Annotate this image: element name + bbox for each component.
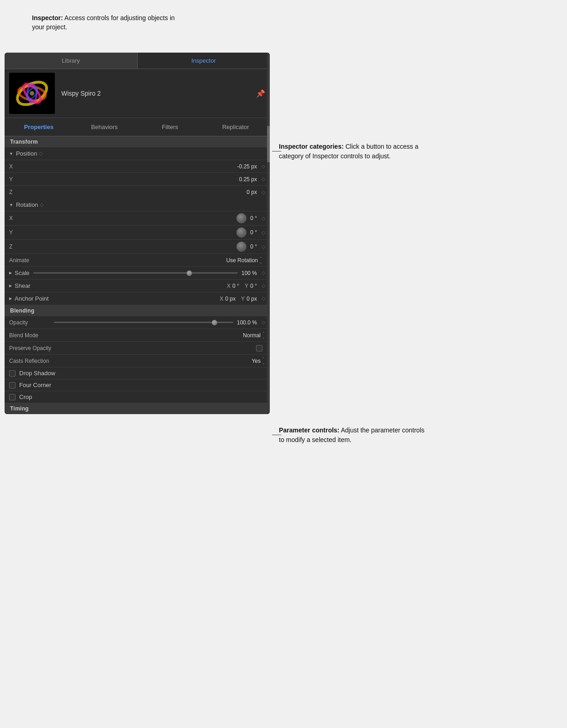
blend-mode-arrows: ⌃⌄ xyxy=(262,331,265,340)
rotation-x-diamond[interactable]: ◇ xyxy=(262,216,265,221)
blend-mode-row: Blend Mode Normal ⌃⌄ xyxy=(5,329,270,342)
rotation-z-label: Z xyxy=(9,243,50,250)
drop-shadow-checkbox[interactable] xyxy=(9,370,16,377)
cat-tab-replicator[interactable]: Replicator xyxy=(203,121,268,133)
scale-value[interactable]: 100 % xyxy=(241,270,257,276)
position-y-value[interactable]: 0.25 px xyxy=(239,176,257,183)
shear-label: ▶ Shear xyxy=(9,282,31,289)
anchor-x-label: X xyxy=(220,296,224,302)
cat-tab-filters[interactable]: Filters xyxy=(138,121,203,133)
opacity-value[interactable]: 100.0 % xyxy=(237,319,257,326)
crop-row[interactable]: Crop xyxy=(5,391,270,403)
position-x-diamond[interactable]: ◇ xyxy=(262,163,265,169)
scale-diamond[interactable]: ◇ xyxy=(262,270,265,276)
scrollbar[interactable] xyxy=(267,53,270,414)
animate-arrows: ⌃⌄ xyxy=(259,256,262,264)
rotation-z-knob[interactable] xyxy=(236,242,246,252)
shear-y-value[interactable]: 0 ° xyxy=(250,283,257,289)
opacity-slider[interactable] xyxy=(54,322,233,323)
crop-checkbox[interactable] xyxy=(9,394,16,400)
position-z-diamond[interactable]: ◇ xyxy=(262,189,265,195)
rotation-x-row: X 0 ° ◇ xyxy=(5,211,270,226)
tab-library[interactable]: Library xyxy=(5,53,138,69)
blend-mode-select[interactable]: Normal ⌃⌄ xyxy=(243,331,265,340)
shear-row: ▶ Shear X 0 ° Y 0 ° ◇ xyxy=(5,280,270,292)
pin-icon[interactable]: 📌 xyxy=(256,89,265,98)
animate-value[interactable]: Use Rotation ⌃⌄ xyxy=(226,256,262,264)
preserve-opacity-label: Preserve Opacity xyxy=(9,345,51,351)
cat-tab-behaviors[interactable]: Behaviors xyxy=(72,121,137,133)
position-diamond[interactable]: ◇ xyxy=(39,151,43,156)
opacity-label: Opacity xyxy=(9,319,50,326)
svg-point-6 xyxy=(30,91,34,96)
preserve-opacity-row: Preserve Opacity xyxy=(5,342,270,355)
position-y-diamond[interactable]: ◇ xyxy=(262,176,265,182)
rotation-z-row: Z 0 ° ◇ xyxy=(5,240,270,254)
four-corner-row[interactable]: Four Corner xyxy=(5,379,270,391)
anchor-y-value[interactable]: 0 px xyxy=(246,296,257,302)
animate-row: Animate Use Rotation ⌃⌄ xyxy=(5,254,270,267)
blending-section-header: Blending xyxy=(5,305,270,316)
category-tabs: Properties Behaviors Filters Replicator xyxy=(5,118,270,136)
shear-x-value[interactable]: 0 ° xyxy=(232,283,239,289)
position-label: ▼ Position xyxy=(9,150,37,157)
opacity-diamond[interactable]: ◇ xyxy=(262,319,265,325)
position-header-row: ▼ Position ◇ xyxy=(5,147,270,160)
position-z-label: Z xyxy=(9,189,50,195)
anchor-diamond[interactable]: ◇ xyxy=(262,296,265,302)
rotation-diamond[interactable]: ◇ xyxy=(40,202,43,208)
four-corner-checkbox[interactable] xyxy=(9,382,16,388)
four-corner-label: Four Corner xyxy=(19,382,51,388)
rotation-label: ▼ Rotation xyxy=(9,201,38,208)
scale-slider[interactable] xyxy=(33,272,238,274)
blend-mode-label: Blend Mode xyxy=(9,332,50,339)
shear-diamond[interactable]: ◇ xyxy=(262,283,265,289)
shear-triangle: ▶ xyxy=(9,284,12,288)
opacity-track xyxy=(54,322,233,323)
rotation-z-diamond[interactable]: ◇ xyxy=(262,244,265,250)
annotation-params-title: Parameter controls: xyxy=(279,426,339,434)
anchor-x-value[interactable]: 0 px xyxy=(225,296,236,302)
casts-reflection-arrows: ⌃⌄ xyxy=(262,357,265,365)
rotation-y-label: Y xyxy=(9,229,50,236)
transform-section-header: Transform xyxy=(5,136,270,147)
anchor-triangle: ▶ xyxy=(9,297,12,301)
item-title: Wispy Spiro 2 xyxy=(61,90,256,97)
rotation-z-value[interactable]: 0 ° xyxy=(250,243,257,250)
casts-reflection-select[interactable]: Yes ⌃⌄ xyxy=(251,357,265,365)
scale-label: ▶ Scale xyxy=(9,270,30,276)
anchor-point-row: ▶ Anchor Point X 0 px Y 0 px ◇ xyxy=(5,292,270,305)
scale-track xyxy=(33,272,238,274)
timing-section-header: Timing xyxy=(5,403,270,414)
item-header: Wispy Spiro 2 📌 xyxy=(5,69,270,118)
position-z-row: Z 0 px ◇ xyxy=(5,186,270,199)
position-z-value[interactable]: 0 px xyxy=(246,189,257,195)
rotation-y-diamond[interactable]: ◇ xyxy=(262,230,265,236)
tab-bar: Library Inspector xyxy=(5,53,270,69)
crop-label: Crop xyxy=(19,394,32,400)
scale-thumb[interactable] xyxy=(187,270,192,276)
inspector-content: Transform ▼ Position ◇ X -0.25 px ◇ Y xyxy=(5,136,270,414)
annotation-categories: Inspector categories: Click a button to … xyxy=(279,142,425,161)
rotation-y-knob[interactable] xyxy=(236,227,246,237)
inspector-panel: Library Inspector Wispy Spiro 2 xyxy=(5,27,270,414)
rotation-x-label: X xyxy=(9,215,50,221)
rotation-group: ▼ Rotation ◇ X 0 ° ◇ Y 0 ° xyxy=(5,199,270,267)
cat-tab-properties[interactable]: Properties xyxy=(6,121,71,133)
rotation-x-value[interactable]: 0 ° xyxy=(250,215,257,221)
tab-inspector[interactable]: Inspector xyxy=(138,53,270,69)
opacity-thumb[interactable] xyxy=(212,320,217,325)
casts-reflection-label: Casts Reflection xyxy=(9,358,50,364)
rotation-x-knob[interactable] xyxy=(236,213,246,223)
position-x-row: X -0.25 px ◇ xyxy=(5,160,270,173)
rotation-header-row: ▼ Rotation ◇ xyxy=(5,199,270,211)
preserve-opacity-checkbox[interactable] xyxy=(256,345,262,351)
anchor-point-label: ▶ Anchor Point xyxy=(9,295,48,302)
rotation-y-value[interactable]: 0 ° xyxy=(250,229,257,236)
position-x-value[interactable]: -0.25 px xyxy=(237,163,257,170)
anchor-y-label: Y xyxy=(241,296,245,302)
drop-shadow-row[interactable]: Drop Shadow xyxy=(5,367,270,379)
shear-y-label: Y xyxy=(245,283,248,289)
tooltip-title: Inspector: xyxy=(32,14,63,22)
scrollbar-thumb[interactable] xyxy=(267,126,270,162)
